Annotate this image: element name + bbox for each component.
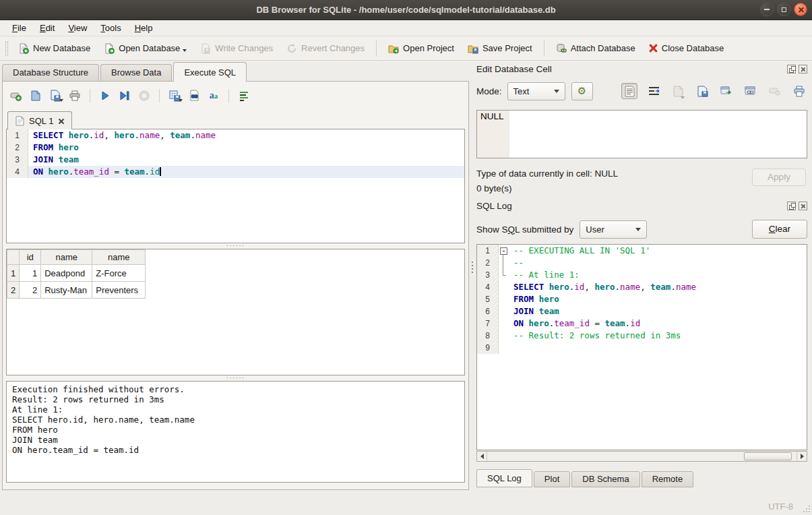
sql-editor[interactable]: 1SELECT hero.id, hero.name, team.name2FR… — [6, 129, 465, 243]
word-wrap-icon[interactable] — [236, 88, 252, 104]
float-panel-icon[interactable] — [787, 65, 796, 73]
cell-value-editor[interactable]: NULL — [476, 110, 807, 158]
import-cell-icon — [670, 83, 686, 99]
splitter-handle[interactable] — [6, 375, 465, 381]
scroll-right-icon[interactable] — [797, 452, 807, 461]
export-cell-icon[interactable] — [694, 83, 710, 99]
menu-edit[interactable]: Edit — [33, 21, 61, 35]
sql-doc-tab[interactable]: SQL 1 — [7, 111, 72, 129]
row-header[interactable]: 2 — [7, 282, 20, 299]
toolbar-handle[interactable] — [5, 41, 8, 56]
text-mode-icon[interactable] — [621, 83, 637, 99]
menu-tools[interactable]: Tools — [94, 21, 127, 35]
sql-log-title: SQL Log — [476, 201, 787, 211]
maximize-icon[interactable] — [777, 3, 790, 16]
find-icon[interactable] — [186, 88, 202, 104]
open-new-tab-icon[interactable] — [8, 88, 24, 104]
window-controls — [760, 3, 807, 16]
results-grid: idnamename11DeadpondZ-Force22Rusty-ManPr… — [6, 249, 465, 375]
open-sql-file-icon[interactable] — [28, 88, 44, 104]
export-results-icon[interactable] — [166, 88, 183, 104]
open-project-button[interactable]: Open Project — [381, 40, 461, 57]
sql-editor-toolbar: aa — [6, 86, 465, 106]
tab-plot[interactable]: Plot — [534, 471, 570, 487]
float-panel-icon[interactable] — [787, 202, 796, 210]
cell[interactable]: Deadpond — [41, 265, 92, 282]
column-header[interactable]: name — [92, 250, 146, 265]
attach-database-icon — [556, 43, 567, 54]
cell[interactable]: Z-Force — [92, 265, 146, 282]
set-null-icon — [767, 83, 783, 99]
scroll-left-icon[interactable] — [477, 452, 487, 461]
app-window: DB Browser for SQLite - /home/user/code/… — [0, 0, 812, 515]
submitter-select[interactable]: User — [580, 220, 647, 239]
cell[interactable]: 1 — [20, 265, 41, 282]
save-sql-file-icon[interactable] — [47, 88, 63, 104]
execute-all-icon[interactable] — [97, 88, 113, 104]
save-project-button[interactable]: Save Project — [461, 40, 539, 57]
window-title: DB Browser for SQLite - /home/user/code/… — [0, 5, 812, 15]
apply-mode-icon[interactable]: ⚙ — [571, 82, 593, 100]
cell-type-text: Type of data currently in cell: NULL — [476, 166, 618, 181]
tab-execute-sql[interactable]: Execute SQL — [173, 62, 247, 82]
write-changes-icon — [200, 43, 211, 54]
filter-label: Show SQL submitted by — [476, 224, 573, 235]
cell[interactable]: Preventers — [92, 282, 146, 299]
minimize-icon[interactable] — [760, 3, 774, 16]
cell-value-display: NULL — [477, 111, 509, 158]
row-header[interactable]: 1 — [7, 265, 20, 282]
word-wrap-cell-icon[interactable] — [646, 83, 662, 99]
execute-line-icon[interactable] — [117, 88, 133, 104]
close-database-button[interactable]: Close Database — [642, 40, 731, 57]
clear-button[interactable]: Clear — [752, 220, 807, 239]
tab-browse-data[interactable]: Browse Data — [100, 64, 172, 81]
open-database-dropdown-icon[interactable] — [183, 49, 187, 52]
tab-database-structure[interactable]: Database Structure — [2, 64, 99, 81]
scrollbar-thumb[interactable] — [744, 452, 792, 460]
toolbar-separator — [376, 40, 377, 57]
resize-grip-icon[interactable] — [802, 504, 810, 512]
cell[interactable]: Rusty-Man — [41, 282, 92, 299]
print-icon[interactable] — [67, 88, 83, 104]
code-line: 1-- EXECUTING ALL IN 'SQL 1' — [477, 245, 807, 257]
menu-file[interactable]: File — [5, 21, 33, 35]
vertical-splitter[interactable] — [470, 61, 475, 497]
menu-view[interactable]: View — [61, 21, 94, 35]
tab-remote[interactable]: Remote — [642, 471, 694, 487]
log-line: JOIN team — [12, 435, 459, 445]
print-cell-icon[interactable] — [791, 83, 807, 99]
open-external-icon[interactable] — [718, 83, 735, 99]
column-header[interactable]: name — [41, 250, 92, 265]
horizontal-scrollbar[interactable] — [476, 451, 807, 462]
close-panel-icon[interactable] — [799, 65, 807, 73]
close-panel-icon[interactable] — [799, 202, 807, 210]
log-line: ON hero.team_id = team.id — [12, 445, 459, 455]
open-database-button[interactable]: Open Database — [97, 40, 193, 57]
text-cursor — [160, 167, 161, 176]
cell[interactable]: 2 — [20, 282, 41, 299]
sql-log-content[interactable]: 1-- EXECUTING ALL IN 'SQL 1'2--3-- At li… — [476, 244, 807, 450]
tab-sql-log[interactable]: SQL Log — [476, 469, 532, 487]
code-line: 9 — [477, 342, 807, 354]
code-line: 2FROM hero — [7, 142, 464, 154]
menu-help[interactable]: Help — [128, 21, 160, 35]
right-pane: Edit Database Cell Mode: Text ⚙ — [475, 61, 812, 497]
splitter-handle[interactable] — [6, 243, 465, 249]
new-database-button[interactable]: New Database — [11, 40, 97, 57]
revert-changes-button: Revert Changes — [280, 40, 371, 57]
fold-marker-icon[interactable] — [499, 245, 509, 257]
format-sql-icon[interactable]: aa — [206, 88, 222, 104]
column-header[interactable]: id — [20, 250, 41, 265]
close-icon[interactable] — [794, 3, 807, 16]
mode-select[interactable]: Text — [507, 82, 565, 100]
close-tab-icon[interactable] — [58, 118, 64, 124]
link-cell-icon[interactable] — [743, 83, 759, 99]
titlebar: DB Browser for SQLite - /home/user/code/… — [0, 0, 812, 20]
code-line: 4SELECT hero.id, hero.name, team.name — [477, 281, 807, 293]
attach-database-button[interactable]: Attach Database — [549, 40, 642, 57]
open-database-icon — [104, 43, 115, 54]
table-row: 11DeadpondZ-Force — [7, 265, 146, 282]
save-project-icon — [468, 43, 478, 54]
code-line: 6JOIN team — [477, 305, 807, 317]
tab-db-schema[interactable]: DB Schema — [571, 471, 639, 487]
